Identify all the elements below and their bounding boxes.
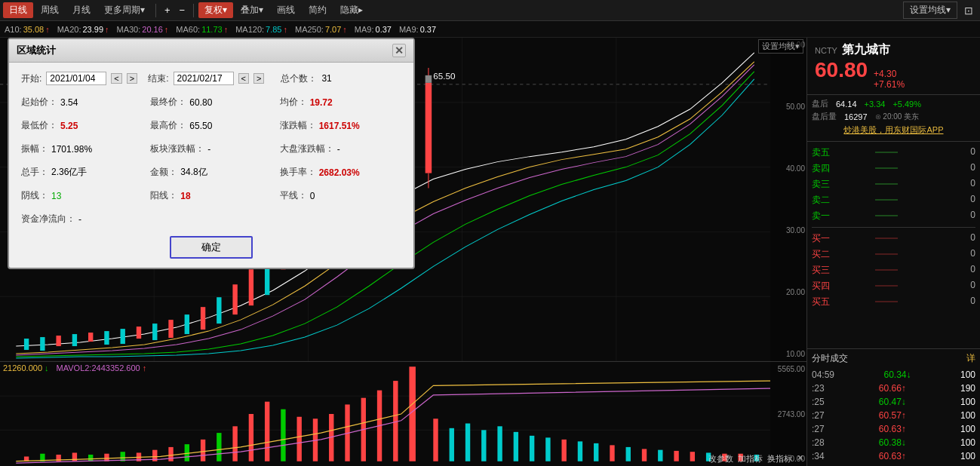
dialog-cell-fund-flow: 资金净流向： - (21, 213, 143, 225)
toolbar: 日线 周线 月线 更多周期▾ + − 复权▾ 叠加▾ 画线 简约 隐藏▸ 设置均… (0, 0, 980, 21)
vol-close-btn[interactable]: ✕ (797, 453, 803, 464)
svg-rect-12 (72, 334, 77, 346)
dialog-cell-amount: 金额： 34.8亿 (150, 166, 272, 179)
ma-60: MA60: 11.73 ↑ (176, 25, 228, 34)
trade-row-6: :28 60.38↓ 100 (812, 436, 975, 449)
buy2-row: 买二 0 (812, 247, 975, 262)
dialog-cell-up-candles: 阳线： 18 (150, 189, 272, 202)
sell3-row: 卖三 0 (812, 176, 975, 192)
ma-bar: A10: 35.08 ↑ MA20: 23.99 ↑ MA30: 20.16 ↑… (0, 21, 980, 38)
trade-row-3: :25 60.47↓ 100 (812, 395, 975, 409)
settings-maline-btn[interactable]: 设置均线▾ (903, 2, 957, 19)
volume-chart: 21260.000 ↓ MAVOL2:2443352.600 ↑ (0, 362, 806, 466)
ma-9b: MA9: 0.37 (399, 25, 436, 34)
svg-rect-16 (137, 327, 141, 339)
svg-rect-50 (88, 455, 93, 461)
action-yincang[interactable]: 隐藏▸ (334, 2, 369, 18)
svg-rect-76 (514, 432, 518, 461)
svg-rect-77 (530, 436, 534, 461)
stock-ticker: NCTY (815, 46, 837, 55)
dialog-cell-high-price: 最高价： 65.50 (150, 119, 272, 132)
ob-divider (812, 227, 975, 228)
dialog-cell-market-change: 大盘涨跌幅： - (280, 143, 401, 155)
svg-rect-59 (232, 426, 237, 461)
svg-rect-22 (232, 284, 237, 314)
dialog-start-label: 开始: (21, 72, 41, 85)
svg-rect-85 (658, 450, 662, 461)
dialog-close-btn[interactable]: ✕ (392, 44, 406, 57)
dialog-end-next[interactable]: > (253, 73, 264, 84)
separator-2 (193, 4, 194, 17)
after-hours-price: 64.14 (836, 100, 857, 109)
dialog-title: 区域统计 ✕ (9, 39, 413, 63)
trade-row-2: :23 60.66↑ 190 (812, 382, 975, 395)
svg-rect-58 (217, 433, 221, 461)
stock-name: 第九城市 (842, 42, 890, 58)
svg-rect-57 (201, 440, 205, 461)
trade-row-1: 04:59 60.34↓ 100 (812, 368, 975, 382)
buy5-row: 买五 0 (812, 294, 975, 310)
svg-rect-13 (88, 333, 93, 342)
dialog-stats-grid: 起始价： 3.54 最终价： 60.80 均价： 19.72 最低价： (21, 96, 401, 225)
svg-rect-9 (24, 339, 29, 350)
trade-detail-link[interactable]: 详 (966, 352, 975, 365)
stock-header: NCTY 第九城市 60.80 +4.30 +7.61% (807, 38, 980, 95)
action-jianyue[interactable]: 简约 (303, 2, 333, 18)
action-fuquan[interactable]: 复权▾ (198, 2, 233, 18)
period-btn-monthly[interactable]: 月线 (66, 2, 97, 18)
ma-250: MA250: 7.07 ↑ (295, 25, 347, 34)
ma-20: MA20: 23.99 ↑ (57, 25, 109, 34)
dialog-cell-start-price: 起始价： 3.54 (21, 96, 143, 109)
vol-switch-indicator-btn[interactable]: 换指标 (767, 453, 792, 464)
dialog-start-input[interactable] (46, 72, 106, 85)
after-hours-vol-label: 盘后量 (812, 111, 837, 122)
svg-rect-42 (425, 75, 432, 83)
dialog-cell-sector-change: 板块涨跌幅： - (150, 143, 272, 155)
trade-panel: 分时成交 详 04:59 60.34↓ 100 :23 60.66↑ 190 :… (807, 348, 980, 466)
sell4-row: 卖四 0 (812, 161, 975, 176)
vol-scale: 5565.00 2743.00 0.00 (770, 362, 806, 466)
sell2-row: 卖二 0 (812, 192, 975, 208)
dialog-start-next[interactable]: > (127, 73, 137, 84)
trade-row-7: :34 60.63↑ 100 (812, 449, 975, 463)
vol-add-indicator-btn[interactable]: 加指标 (738, 453, 763, 464)
after-hours-pct: +5.49% (892, 100, 921, 109)
svg-rect-62 (281, 409, 285, 461)
dialog-start-prev[interactable]: < (111, 73, 121, 84)
separator-1 (155, 4, 156, 17)
dialog-cell-flat-candles: 平线： 0 (280, 189, 401, 202)
svg-rect-10 (40, 337, 45, 351)
dialog-end-label: 结束: (148, 72, 168, 85)
period-btn-weekly[interactable]: 周线 (35, 2, 65, 18)
dialog-end-input[interactable] (174, 72, 234, 85)
svg-rect-61 (265, 402, 269, 461)
fullscreen-btn[interactable]: ⊡ (960, 3, 977, 18)
dialog-footer: 确定 (21, 236, 401, 259)
zoom-out-btn[interactable]: − (176, 3, 189, 17)
right-panel: NCTY 第九城市 60.80 +4.30 +7.61% 盘后 64.14 +3… (806, 38, 980, 466)
trade-title: 分时成交 (812, 352, 848, 365)
promo-link[interactable]: 炒港美股，用东财国际APP (812, 122, 975, 138)
vol-change-params-btn[interactable]: 改参数 (708, 453, 733, 464)
trade-row-4: :27 60.57↑ 100 (812, 409, 975, 422)
dialog-cell-avg-price: 均价： 19.72 (280, 96, 401, 109)
dialog-end-prev[interactable]: < (238, 73, 249, 84)
svg-rect-11 (56, 336, 60, 346)
dialog-confirm-btn[interactable]: 确定 (170, 236, 253, 259)
period-btn-daily[interactable]: 日线 (3, 2, 33, 18)
settings-maline-chart-btn[interactable]: 设置均线▾ (758, 39, 803, 54)
svg-rect-83 (626, 447, 631, 461)
zoom-in-btn[interactable]: + (161, 3, 174, 17)
toolbar-right: 设置均线▾ ⊡ (903, 2, 977, 19)
after-hours-time: ⊙ 20:00 美东 (875, 112, 920, 122)
svg-rect-15 (121, 329, 125, 344)
dialog-cell-low-price: 最低价： 5.25 (21, 119, 143, 132)
svg-rect-78 (545, 437, 550, 461)
after-hours-label: 盘后 (812, 98, 828, 109)
ma-30: MA30: 20.16 ↑ (117, 25, 169, 34)
action-diejia[interactable]: 叠加▾ (235, 2, 269, 18)
action-huaxian[interactable]: 画线 (271, 2, 301, 18)
svg-rect-20 (201, 307, 205, 330)
period-btn-more[interactable]: 更多周期▾ (98, 2, 151, 18)
dialog: 区域统计 ✕ 开始: < > 结束: < > 总个数： 31 起始价： 3.54 (8, 38, 415, 269)
